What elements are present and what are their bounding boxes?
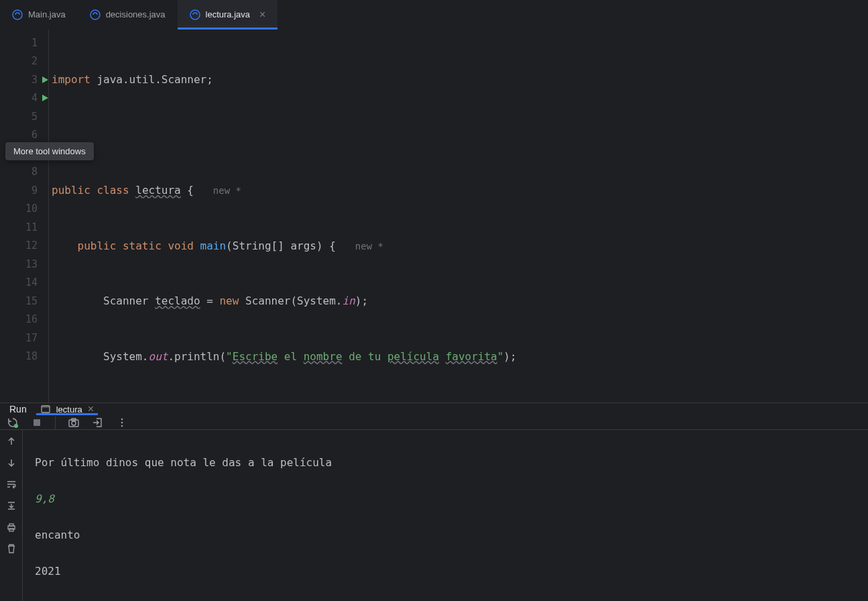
svg-point-2 [190, 10, 200, 19]
line-number: 4 [0, 89, 48, 108]
svg-rect-4 [42, 406, 50, 408]
console-output[interactable]: Por último dinos que nota le das a la pe… [23, 430, 868, 601]
tab-label: decisiones.java [106, 9, 166, 19]
svg-point-11 [121, 422, 123, 424]
run-toolbar [0, 416, 868, 430]
console-line: Por último dinos que nota le das a la pe… [35, 453, 856, 472]
run-tab-label: lectura [56, 404, 82, 415]
java-class-icon [90, 9, 101, 20]
line-number: 17 [0, 329, 48, 347]
java-class-icon [190, 9, 200, 20]
run-tab-lectura[interactable]: lectura × [36, 403, 98, 415]
tab-main-java[interactable]: Main.java [0, 0, 78, 29]
console-line: 9,8 [35, 490, 856, 508]
svg-point-10 [121, 419, 123, 421]
print-icon[interactable] [5, 521, 17, 533]
gutter: 1 2 3 4 5 6 7 8 9 10 11 12 13 14 15 16 1… [0, 30, 48, 402]
line-number: 6 [0, 126, 48, 145]
line-number: 10 [0, 200, 48, 219]
close-icon[interactable]: × [259, 9, 265, 20]
console-line: 2021 [35, 562, 856, 580]
tab-label: Main.java [28, 9, 66, 19]
line-number: 11 [0, 218, 48, 237]
svg-rect-14 [9, 524, 13, 526]
console-line: 9.8 [35, 598, 856, 601]
svg-point-0 [13, 10, 22, 19]
line-number: 9 [0, 181, 48, 200]
line-number: 3 [0, 70, 48, 89]
line-number: 14 [0, 274, 48, 292]
svg-point-5 [14, 424, 18, 428]
run-panel: Run lectura × [0, 402, 868, 601]
tooltip-more-tool-windows: More tool windows [5, 142, 94, 160]
line-number: 8 [0, 163, 48, 182]
scroll-to-end-icon[interactable] [5, 500, 17, 512]
line-number: 13 [0, 255, 48, 274]
exit-icon[interactable] [92, 417, 104, 429]
close-icon[interactable]: × [88, 403, 94, 415]
arrow-down-icon[interactable] [5, 457, 17, 469]
soft-wrap-icon[interactable] [5, 478, 17, 490]
console-side-toolbar [0, 430, 23, 601]
tab-decisiones-java[interactable]: decisiones.java [78, 0, 178, 29]
more-icon[interactable] [116, 417, 128, 429]
tab-lectura-java[interactable]: lectura.java × [178, 0, 278, 29]
svg-point-12 [121, 425, 123, 427]
arrow-up-icon[interactable] [5, 435, 17, 447]
svg-rect-6 [34, 419, 40, 426]
svg-rect-15 [9, 529, 13, 531]
line-number: 5 [0, 107, 48, 126]
console-line: encanto [35, 526, 856, 544]
editor-area: More tool windows 1 2 3 4 5 6 7 8 9 10 1… [0, 30, 868, 402]
run-title: Run [9, 404, 27, 415]
camera-icon[interactable] [68, 417, 80, 429]
line-number: 15 [0, 292, 48, 311]
separator [55, 416, 56, 429]
line-number: 12 [0, 237, 48, 256]
run-header: Run lectura × [0, 403, 868, 416]
svg-point-8 [72, 421, 76, 425]
java-class-icon [12, 9, 23, 20]
console-body: Por último dinos que nota le das a la pe… [0, 430, 868, 601]
editor-tabs: Main.java decisiones.java lectura.java × [0, 0, 868, 30]
stop-icon[interactable] [31, 417, 43, 429]
run-config-icon [40, 404, 51, 415]
code-editor[interactable]: import java.util.Scanner; public class l… [48, 30, 868, 402]
line-number: 16 [0, 311, 48, 329]
svg-point-1 [90, 10, 100, 19]
trash-icon[interactable] [5, 543, 17, 555]
line-number: 2 [0, 52, 48, 71]
rerun-icon[interactable] [7, 417, 19, 429]
line-number: 1 [0, 34, 48, 52]
tab-label: lectura.java [206, 9, 250, 19]
line-number: 18 [0, 347, 48, 366]
